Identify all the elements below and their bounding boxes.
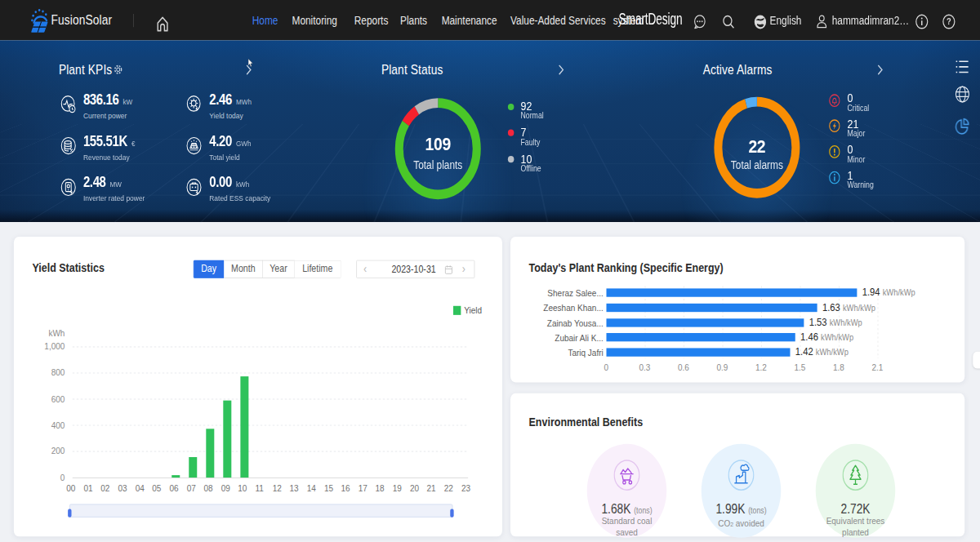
svg-text:?: ? [947, 17, 951, 27]
